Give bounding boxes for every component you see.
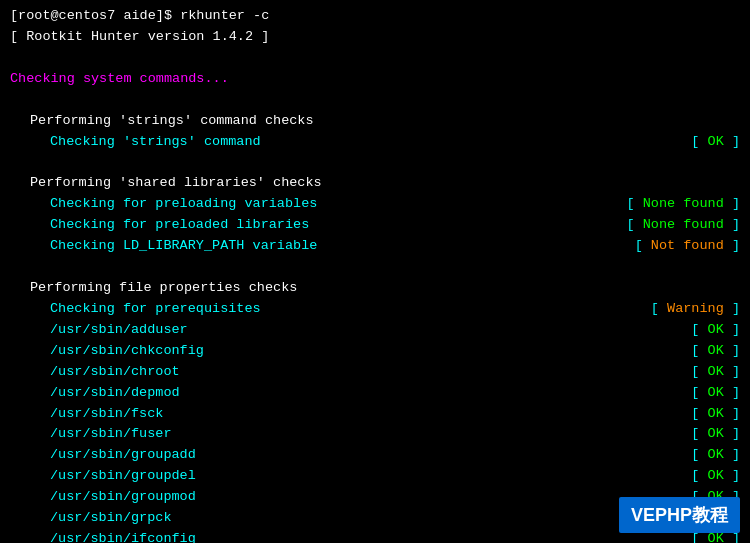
blank-1 (10, 48, 740, 69)
section3-item6: /usr/sbin/fsck [ OK ] (10, 404, 740, 425)
section3-item11-label: /usr/sbin/grpck (50, 508, 172, 529)
section3-item2: /usr/sbin/adduser [ OK ] (10, 320, 740, 341)
section3-item6-label: /usr/sbin/fsck (50, 404, 163, 425)
section1-header: Performing 'strings' command checks (10, 111, 740, 132)
section3-item9-status: [ OK ] (691, 466, 740, 487)
watermark-badge: VEPHP教程 (619, 497, 740, 533)
blank-3 (10, 152, 740, 173)
section1-item1-status: [ OK ] (691, 132, 740, 153)
prompt-line: [root@centos7 aide]$ rkhunter -c (10, 6, 740, 27)
section2-item1-status: [ None found ] (627, 194, 740, 215)
section2-item2: Checking for preloaded libraries [ None … (10, 215, 740, 236)
section1-item1-label: Checking 'strings' command (50, 132, 261, 153)
section3-item5: /usr/sbin/depmod [ OK ] (10, 383, 740, 404)
section2-item3-status: [ Not found ] (635, 236, 740, 257)
section3-item4-status: [ OK ] (691, 362, 740, 383)
checking-system-text: Checking system commands... (10, 69, 229, 90)
section3-header: Performing file properties checks (10, 278, 740, 299)
section2-item3-label: Checking LD_LIBRARY_PATH variable (50, 236, 317, 257)
section2-item1-label: Checking for preloading variables (50, 194, 317, 215)
section2-header: Performing 'shared libraries' checks (10, 173, 740, 194)
section3-item9: /usr/sbin/groupdel [ OK ] (10, 466, 740, 487)
section3-header-text: Performing file properties checks (30, 278, 297, 299)
section3-item7-status: [ OK ] (691, 424, 740, 445)
section3-item6-status: [ OK ] (691, 404, 740, 425)
blank-2 (10, 90, 740, 111)
section2-header-text: Performing 'shared libraries' checks (30, 173, 322, 194)
section3-item4: /usr/sbin/chroot [ OK ] (10, 362, 740, 383)
section3-item7-label: /usr/sbin/fuser (50, 424, 172, 445)
section3-item3-label: /usr/sbin/chkconfig (50, 341, 204, 362)
checking-system-line: Checking system commands... (10, 69, 740, 90)
section3-item2-label: /usr/sbin/adduser (50, 320, 188, 341)
section3-item1-label: Checking for prerequisites (50, 299, 261, 320)
section3-item3: /usr/sbin/chkconfig [ OK ] (10, 341, 740, 362)
section3-item2-status: [ OK ] (691, 320, 740, 341)
section3-item3-status: [ OK ] (691, 341, 740, 362)
section3-item10-label: /usr/sbin/groupmod (50, 487, 196, 508)
section3-item1: Checking for prerequisites [ Warning ] (10, 299, 740, 320)
section2-item2-label: Checking for preloaded libraries (50, 215, 309, 236)
section3-item8: /usr/sbin/groupadd [ OK ] (10, 445, 740, 466)
section3-item7: /usr/sbin/fuser [ OK ] (10, 424, 740, 445)
section1-item1: Checking 'strings' command [ OK ] (10, 132, 740, 153)
watermark-text: VEPHP教程 (631, 505, 728, 525)
section3-item8-status: [ OK ] (691, 445, 740, 466)
version-line: [ Rootkit Hunter version 1.4.2 ] (10, 27, 740, 48)
section3-item1-status: [ Warning ] (651, 299, 740, 320)
blank-4 (10, 257, 740, 278)
section3-item12-label: /usr/sbin/ifconfig (50, 529, 196, 543)
section3-item9-label: /usr/sbin/groupdel (50, 466, 196, 487)
section3-item8-label: /usr/sbin/groupadd (50, 445, 196, 466)
section3-item5-label: /usr/sbin/depmod (50, 383, 180, 404)
section2-item3: Checking LD_LIBRARY_PATH variable [ Not … (10, 236, 740, 257)
section2-item2-status: [ None found ] (627, 215, 740, 236)
prompt-text: [root@centos7 aide]$ rkhunter -c (10, 6, 269, 27)
terminal-window: [root@centos7 aide]$ rkhunter -c [ Rootk… (0, 0, 750, 543)
section3-item4-label: /usr/sbin/chroot (50, 362, 180, 383)
version-text: [ Rootkit Hunter version 1.4.2 ] (10, 27, 269, 48)
section2-item1: Checking for preloading variables [ None… (10, 194, 740, 215)
section1-header-text: Performing 'strings' command checks (30, 111, 314, 132)
section3-item5-status: [ OK ] (691, 383, 740, 404)
